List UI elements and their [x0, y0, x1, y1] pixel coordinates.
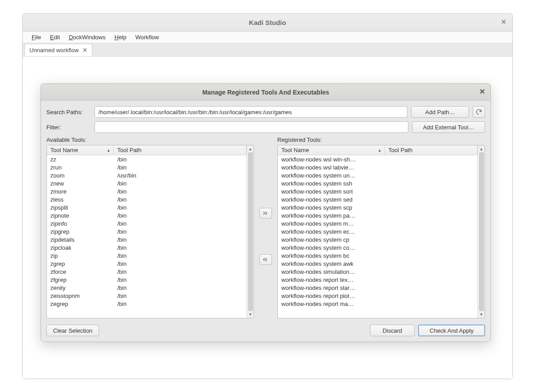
table-row[interactable]: workflow-nodes system ec… [278, 227, 477, 235]
menu-help[interactable]: Help [110, 33, 131, 42]
cell-tool-name: workflow-nodes report star… [278, 285, 385, 291]
table-row[interactable]: workflow-nodes system scp [278, 203, 477, 211]
table-row[interactable]: zfgrep/bin [47, 276, 247, 284]
table-row[interactable]: zmore/bin [47, 187, 247, 195]
refresh-button[interactable] [473, 106, 485, 118]
dialog-close-icon[interactable]: ✕ [479, 87, 485, 96]
move-right-button[interactable] [259, 208, 272, 219]
table-row[interactable]: workflow-nodes system pa… [278, 211, 477, 219]
menu-workflow[interactable]: Workflow [131, 33, 163, 42]
registered-scrollbar[interactable]: ▴ ▾ [477, 145, 485, 318]
table-row[interactable]: workflow-nodes wsl win-sh… [278, 155, 477, 163]
add-path-button[interactable]: Add Path… [411, 106, 469, 118]
discard-button[interactable]: Discard [370, 325, 415, 336]
table-row[interactable]: zipsplit/bin [47, 203, 247, 211]
table-row[interactable]: workflow-nodes report tex… [278, 276, 477, 284]
scroll-down-icon[interactable]: ▾ [248, 312, 253, 317]
lists-area: Available Tools: Tool Name ▴ Tool Path [46, 136, 485, 318]
dialog-titlebar: Manage Registered Tools And Executables … [41, 84, 490, 101]
clear-selection-button[interactable]: Clear Selection [46, 325, 99, 336]
search-paths-input[interactable] [95, 106, 407, 118]
cell-tool-path: /bin [114, 180, 247, 187]
table-row[interactable]: zeisstopnm/bin [47, 292, 247, 300]
cell-tool-name: workflow-nodes system co… [278, 244, 385, 251]
cell-tool-name: zeisstopnm [47, 293, 114, 299]
table-row[interactable]: zforce/bin [47, 268, 247, 276]
table-row[interactable]: zipinfo/bin [47, 219, 247, 227]
cell-tool-name: workflow-nodes system ec… [278, 228, 385, 235]
table-row[interactable]: workflow-nodes system un… [278, 171, 477, 179]
registered-col-name[interactable]: Tool Name ▴ [278, 145, 385, 155]
registered-body[interactable]: workflow-nodes wsl win-sh…workflow-nodes… [278, 155, 477, 318]
scroll-thumb[interactable] [479, 153, 484, 311]
table-row[interactable]: znew/bin [47, 179, 247, 187]
table-row[interactable]: zrun/bin [47, 163, 247, 171]
scroll-up-icon[interactable]: ▴ [248, 146, 253, 152]
scroll-down-icon[interactable]: ▾ [479, 312, 484, 317]
move-left-button[interactable] [259, 254, 272, 265]
sort-asc-icon: ▴ [107, 148, 110, 153]
table-row[interactable]: zipcloak/bin [47, 243, 247, 252]
cell-tool-name: zmore [47, 188, 114, 195]
cell-tool-path: /bin [114, 252, 247, 259]
chevrons-left-icon [262, 257, 269, 262]
cell-tool-name: workflow-nodes system sort [278, 188, 385, 195]
registered-header: Tool Name ▴ Tool Path [278, 145, 477, 155]
available-tools-table[interactable]: Tool Name ▴ Tool Path zz/binzrun/binzoom… [46, 145, 254, 318]
table-row[interactable]: workflow-nodes report star… [278, 284, 477, 292]
available-col-name[interactable]: Tool Name ▴ [47, 145, 114, 155]
cell-tool-name: zip [47, 252, 114, 259]
table-row[interactable]: zipdetails/bin [47, 235, 247, 243]
cell-tool-name: workflow-nodes system awk [278, 260, 385, 267]
registered-tools-table[interactable]: Tool Name ▴ Tool Path workflow-nodes wsl… [277, 145, 485, 318]
table-row[interactable]: zz/bin [47, 155, 247, 163]
table-row[interactable]: workflow-nodes system m… [278, 219, 477, 227]
available-scrollbar[interactable]: ▴ ▾ [247, 145, 254, 318]
cell-tool-path: /bin [114, 196, 247, 203]
table-row[interactable]: zipnote/bin [47, 211, 247, 219]
add-external-tool-button[interactable]: Add External Tool… [412, 121, 485, 133]
table-row[interactable]: workflow-nodes simulation… [278, 268, 477, 276]
cell-tool-name: zegrep [47, 301, 114, 307]
search-paths-row: Search Paths: Add Path… [46, 106, 485, 118]
table-row[interactable]: workflow-nodes system sed [278, 195, 477, 203]
table-row[interactable]: workflow-nodes report ma… [278, 300, 477, 308]
table-row[interactable]: workflow-nodes report plot… [278, 292, 477, 300]
cell-tool-name: zz [47, 156, 114, 163]
table-row[interactable]: zoom/usr/bin [47, 171, 247, 179]
tab-close-icon[interactable]: ✕ [82, 47, 87, 54]
tab-unnamed-workflow[interactable]: Unnamed workflow ✕ [25, 44, 92, 56]
table-row[interactable]: workflow-nodes system awk [278, 260, 477, 268]
table-row[interactable]: zenity/bin [47, 284, 247, 292]
table-row[interactable]: workflow-nodes system sort [278, 187, 477, 195]
table-row[interactable]: workflow-nodes system bc [278, 252, 477, 260]
cell-tool-name: zforce [47, 268, 114, 275]
cell-tool-path: /bin [114, 164, 247, 171]
table-row[interactable]: workflow-nodes system ssh [278, 179, 477, 187]
available-body[interactable]: zz/binzrun/binzoom/usr/binznew/binzmore/… [47, 155, 247, 318]
menu-edit[interactable]: Edit [45, 33, 64, 42]
scroll-up-icon[interactable]: ▴ [479, 146, 484, 152]
menu-dockwindows[interactable]: DockWindows [64, 33, 110, 42]
table-row[interactable]: workflow-nodes wsl labvie… [278, 163, 477, 171]
available-tools-pane: Available Tools: Tool Name ▴ Tool Path [46, 136, 254, 318]
table-row[interactable]: zegrep/bin [47, 300, 247, 308]
cell-tool-name: zipdetails [47, 236, 114, 243]
search-paths-label: Search Paths: [46, 109, 91, 116]
table-row[interactable]: workflow-nodes system co… [278, 243, 477, 252]
available-col-path[interactable]: Tool Path [114, 145, 247, 155]
filter-input[interactable] [95, 121, 408, 133]
cell-tool-name: zenity [47, 285, 114, 291]
table-row[interactable]: zip/bin [47, 252, 247, 260]
menu-file[interactable]: File [27, 33, 45, 42]
table-row[interactable]: workflow-nodes system cp [278, 235, 477, 243]
cell-tool-name: workflow-nodes system ssh [278, 180, 385, 187]
table-row[interactable]: zgrep/bin [47, 260, 247, 268]
table-row[interactable]: zless/bin [47, 195, 247, 203]
main-window-close-icon[interactable]: × [501, 17, 506, 27]
check-and-apply-button[interactable]: Check And Apply [418, 325, 485, 336]
registered-col-path[interactable]: Tool Path [385, 145, 477, 155]
scroll-thumb[interactable] [248, 153, 253, 311]
table-row[interactable]: zipgrep/bin [47, 227, 247, 235]
cell-tool-name: workflow-nodes system scp [278, 204, 385, 211]
